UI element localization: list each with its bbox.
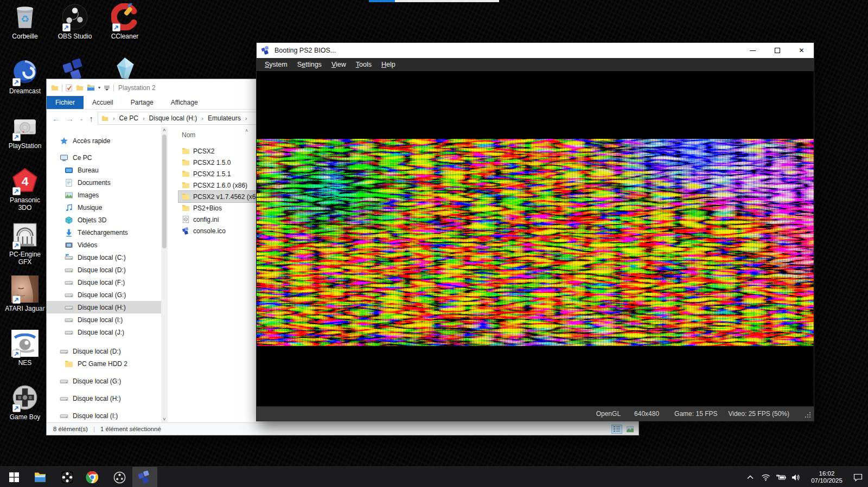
- details-view-button[interactable]: [611, 425, 622, 434]
- scroll-down-icon[interactable]: ˅: [161, 416, 168, 422]
- clock-date: 07/10/2025: [806, 477, 848, 484]
- file-item-ps2-bios[interactable]: PS2+Bios: [178, 202, 266, 214]
- scrollbar-thumb[interactable]: [162, 134, 167, 248]
- nav-item-disque-local-f[interactable]: Disque local (F:): [47, 276, 161, 289]
- desktop-icon-ccleaner[interactable]: CCleaner: [103, 3, 146, 40]
- explorer-logo-icon[interactable]: [87, 84, 95, 91]
- back-icon[interactable]: ←: [52, 114, 60, 123]
- start-button[interactable]: [2, 467, 26, 487]
- nav-item-disque-local-d[interactable]: Disque local (D:): [47, 264, 161, 276]
- resize-grip-icon[interactable]: [804, 411, 812, 419]
- file-item-pcsx2-1-5-0[interactable]: PCSX2 1.5.0: [178, 157, 266, 168]
- nav-item-disque-local-c[interactable]: Disque local (C:): [47, 251, 161, 264]
- menu-tools[interactable]: Tools: [351, 61, 376, 68]
- tab-fichier[interactable]: Fichier: [47, 96, 84, 109]
- up-icon[interactable]: ↑: [89, 114, 93, 123]
- taskbar-obs-studio[interactable]: [107, 467, 131, 487]
- action-center-icon[interactable]: [852, 467, 864, 487]
- tab-affichage[interactable]: Affichage: [162, 96, 207, 109]
- new-folder-icon[interactable]: [76, 85, 84, 91]
- pcsx2-titlebar[interactable]: Booting PS2 BIOS... ✕: [257, 43, 814, 58]
- nav-item-disque-local-h[interactable]: Disque local (H:): [47, 392, 161, 405]
- menu-help[interactable]: Help: [376, 61, 400, 68]
- taskbar-clock[interactable]: 16:02 07/10/2025: [806, 470, 848, 484]
- nav-item-label: Disque local (I:): [73, 412, 118, 420]
- maximize-button[interactable]: [765, 43, 789, 58]
- file-item-pcsx2[interactable]: PCSX2: [178, 145, 266, 157]
- breadcrumb-disque-h[interactable]: Disque local (H:): [149, 114, 197, 122]
- taskbar-pcsx2-active[interactable]: [132, 467, 157, 487]
- nav-item-documents[interactable]: Documents: [47, 176, 161, 189]
- desktop-icon-recycle-bin[interactable]: ♻ Corbeille: [3, 3, 47, 40]
- nav-item-t-l-chargements[interactable]: Téléchargements: [47, 226, 161, 239]
- taskbar: 16:02 07/10/2025: [0, 466, 868, 487]
- volume-icon[interactable]: [790, 467, 802, 487]
- file-item-pcsx2-1-5-1[interactable]: PCSX2 1.5.1: [178, 168, 266, 180]
- thumbnails-view-button[interactable]: [624, 425, 635, 434]
- menu-system[interactable]: System: [260, 61, 292, 68]
- close-button[interactable]: ✕: [789, 43, 814, 58]
- desktop-icon-dreamcast[interactable]: Dreamcast: [3, 58, 47, 95]
- windows-logo-icon: [9, 472, 19, 482]
- history-chevron-icon[interactable]: ⌄: [79, 116, 84, 121]
- file-item-pcsx2-1-6-0-x86[interactable]: PCSX2 1.6.0 (x86): [178, 180, 266, 191]
- nav-item-disque-local-i[interactable]: Disque local (I:): [47, 409, 161, 422]
- top-edge-window-sliver-blue: [369, 0, 395, 2]
- chevron-down-icon[interactable]: ▾: [98, 85, 100, 90]
- breadcrumb-separator: ›: [199, 115, 206, 121]
- nav-item-vid-os[interactable]: Vidéos: [47, 239, 161, 251]
- nav-item-musique[interactable]: Musique: [47, 201, 161, 214]
- nav-item-ce-pc[interactable]: Ce PC: [47, 151, 161, 164]
- file-item-console-ico[interactable]: console.ico: [178, 225, 266, 236]
- desktop-icon-nes[interactable]: NES: [3, 330, 47, 367]
- nav-item-disque-local-j[interactable]: Disque local (J:): [47, 326, 161, 338]
- qat-customize-icon[interactable]: [104, 85, 110, 91]
- breadcrumb-ce-pc[interactable]: Ce PC: [119, 114, 138, 122]
- explorer-statusbar: 8 élément(s) | 1 élément sélectionné: [47, 422, 639, 435]
- tab-accueil[interactable]: Accueil: [84, 96, 122, 109]
- desktop-icon-playstation[interactable]: PlayStation: [3, 113, 47, 150]
- nav-item-pc-game-hdd-2[interactable]: PC Game HDD 2: [47, 357, 161, 370]
- hidden-icons-chevron[interactable]: [744, 467, 756, 487]
- nav-item-images[interactable]: Images: [47, 189, 161, 201]
- battery-icon[interactable]: [775, 467, 787, 487]
- column-header-nom[interactable]: Nom: [182, 131, 195, 139]
- nav-item-disque-local-g[interactable]: Disque local (G:): [47, 375, 161, 387]
- scroll-up-icon[interactable]: ˄: [161, 127, 168, 133]
- nav-item-objets-3d[interactable]: Objets 3D: [47, 214, 161, 226]
- taskbar-file-explorer[interactable]: [28, 467, 52, 487]
- wifi-icon[interactable]: [760, 467, 771, 487]
- nav-item-bureau[interactable]: Bureau: [47, 164, 161, 176]
- forward-icon[interactable]: →: [66, 114, 74, 123]
- desktop-icon-obs-studio[interactable]: OBS Studio: [53, 3, 97, 40]
- taskbar-chrome[interactable]: [80, 467, 104, 487]
- desktop-icon-game-boy[interactable]: Game Boy: [3, 384, 47, 421]
- window-folder-icon: [51, 85, 59, 91]
- menu-view[interactable]: View: [327, 61, 351, 68]
- pcsx2-window-title: Booting PS2 BIOS...: [275, 47, 336, 54]
- menu-settings[interactable]: Settings: [292, 61, 327, 68]
- file-item-config-ini[interactable]: config.ini: [178, 214, 266, 225]
- nav-item-label: Images: [78, 191, 99, 199]
- nav-item-disque-local-g[interactable]: Disque local (G:): [47, 289, 161, 301]
- shortcut-badge: [12, 241, 21, 249]
- nav-item-label: Ce PC: [73, 154, 92, 162]
- desktop-icon-atari-jaguar[interactable]: ATARI Jaguar: [3, 275, 47, 312]
- nav-item-label: Disque local (I:): [78, 316, 123, 324]
- desktop-icon-pc-engine-gfx[interactable]: PC-Engine GFX: [3, 221, 47, 266]
- folder-icon: [182, 158, 190, 166]
- desktop-icon-panasonic-3do[interactable]: 4 Panasonic 3DO: [3, 167, 47, 212]
- properties-icon[interactable]: [66, 84, 73, 92]
- nav-item-disque-local-i[interactable]: Disque local (I:): [47, 313, 161, 326]
- nav-item-disque-local-d[interactable]: Disque local (D:): [47, 345, 161, 357]
- sort-ascending-icon[interactable]: ˄: [245, 128, 248, 133]
- tab-partage[interactable]: Partage: [122, 96, 162, 109]
- breadcrumb-emulateurs[interactable]: Emulateurs: [208, 114, 241, 122]
- nav-item-acc-s-rapide[interactable]: Accès rapide: [47, 134, 161, 147]
- close-icon: ✕: [799, 47, 804, 54]
- nav-item-disque-local-h[interactable]: Disque local (H:): [47, 301, 161, 313]
- taskbar-media-player[interactable]: [55, 467, 79, 487]
- minimize-button[interactable]: [741, 43, 765, 58]
- nav-scrollbar[interactable]: ˄ ˅: [161, 127, 168, 422]
- file-item-pcsx2-v1-7-4562-x64[interactable]: PCSX2 v1.7.4562 (x64): [178, 191, 266, 202]
